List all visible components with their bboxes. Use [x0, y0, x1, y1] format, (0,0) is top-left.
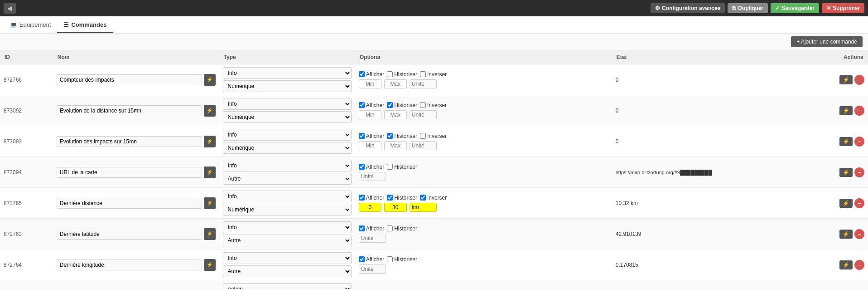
afficher-checkbox-label[interactable]: Afficher — [359, 71, 384, 78]
inverser-checkbox-label[interactable]: Inverser — [420, 133, 447, 139]
afficher-checkbox-label[interactable]: Afficher — [359, 256, 384, 263]
type-select-1[interactable]: Info — [223, 252, 352, 264]
back-button[interactable]: ◀ — [4, 3, 16, 14]
afficher-checkbox[interactable] — [359, 225, 365, 231]
afficher-checkbox[interactable] — [359, 71, 365, 77]
afficher-checkbox[interactable] — [359, 133, 365, 139]
unit-input[interactable] — [410, 203, 437, 212]
historiser-checkbox-label[interactable]: Historiser — [387, 164, 417, 170]
type-select-2[interactable]: Numérique — [223, 142, 352, 154]
name-input[interactable] — [57, 136, 202, 147]
config-button[interactable]: ⚙ Configuration avancée — [651, 3, 725, 13]
unit-input[interactable] — [359, 265, 386, 274]
min-input[interactable] — [359, 79, 381, 88]
afficher-checkbox[interactable] — [359, 195, 365, 201]
inverser-checkbox[interactable] — [420, 102, 426, 108]
max-input[interactable] — [384, 110, 407, 119]
max-input[interactable] — [384, 141, 407, 150]
command-settings-button[interactable]: ⚡ — [839, 260, 853, 269]
type-select-2[interactable]: Autre — [223, 235, 352, 246]
type-select-1[interactable]: Info — [223, 129, 352, 141]
afficher-checkbox-label[interactable]: Afficher — [359, 164, 384, 170]
type-select-2[interactable]: Numérique — [223, 80, 352, 92]
save-button[interactable]: ✓ Sauvegarder — [771, 3, 819, 13]
inverser-checkbox[interactable] — [420, 71, 426, 77]
type-select-2[interactable]: Autre — [223, 173, 352, 185]
max-input[interactable] — [384, 203, 407, 212]
remove-command-button[interactable]: − — [854, 167, 864, 177]
min-input[interactable] — [359, 141, 381, 150]
historiser-checkbox[interactable] — [387, 256, 393, 262]
unit-input[interactable] — [359, 172, 386, 181]
type-select-2[interactable]: Autre — [223, 265, 352, 277]
historiser-checkbox-label[interactable]: Historiser — [387, 102, 417, 108]
remove-command-button[interactable]: − — [854, 137, 864, 147]
unit-input[interactable] — [410, 141, 437, 150]
afficher-checkbox-label[interactable]: Afficher — [359, 102, 384, 108]
command-icon-button[interactable]: ⚡ — [204, 259, 216, 271]
min-input[interactable] — [359, 203, 381, 212]
historiser-checkbox-label[interactable]: Historiser — [387, 195, 417, 201]
historiser-checkbox[interactable] — [387, 225, 393, 231]
remove-command-button[interactable]: − — [854, 106, 864, 116]
unit-input[interactable] — [410, 110, 437, 119]
type-select-2[interactable]: Numérique — [223, 204, 352, 216]
remove-command-button[interactable]: − — [854, 75, 864, 85]
afficher-checkbox-label[interactable]: Afficher — [359, 195, 384, 201]
min-input[interactable] — [359, 110, 381, 119]
afficher-checkbox-label[interactable]: Afficher — [359, 133, 384, 139]
historiser-checkbox-label[interactable]: Historiser — [387, 256, 417, 263]
command-icon-button[interactable]: ⚡ — [204, 74, 216, 86]
historiser-checkbox[interactable] — [387, 195, 393, 201]
name-input[interactable] — [57, 74, 202, 85]
afficher-checkbox[interactable] — [359, 102, 365, 108]
type-select-1[interactable]: Info — [223, 67, 352, 79]
max-input[interactable] — [384, 79, 407, 88]
command-icon-button[interactable]: ⚡ — [204, 228, 216, 240]
tab-equipement[interactable]: 💻 Equipement — [4, 18, 57, 33]
type-select-1[interactable]: Info — [223, 98, 352, 110]
type-select-1[interactable]: Info — [223, 160, 352, 171]
add-command-button[interactable]: + Ajouter une commande — [791, 36, 863, 47]
historiser-checkbox-label[interactable]: Historiser — [387, 71, 417, 78]
name-input[interactable] — [57, 229, 202, 240]
historiser-checkbox[interactable] — [387, 71, 393, 77]
name-input[interactable] — [57, 167, 202, 178]
remove-command-button[interactable]: − — [854, 198, 864, 208]
inverser-checkbox-label[interactable]: Inverser — [420, 102, 447, 108]
unit-input[interactable] — [359, 234, 386, 243]
command-settings-button[interactable]: ⚡ — [839, 137, 853, 146]
name-input[interactable] — [57, 260, 202, 270]
command-icon-button[interactable]: ⚡ — [204, 167, 216, 178]
inverser-checkbox[interactable] — [420, 133, 426, 139]
inverser-checkbox[interactable] — [420, 195, 426, 201]
inverser-checkbox-label[interactable]: Inverser — [420, 195, 447, 201]
afficher-checkbox[interactable] — [359, 256, 365, 262]
delete-button[interactable]: ✕ Supprimer — [822, 3, 864, 13]
unit-input[interactable] — [410, 79, 437, 88]
tab-commandes[interactable]: ☰ Commandes — [57, 18, 113, 33]
remove-command-button[interactable]: − — [854, 260, 864, 270]
duplicate-button[interactable]: ⧉ Dupliquer — [728, 3, 768, 13]
historiser-checkbox-label[interactable]: Historiser — [387, 133, 417, 139]
remove-command-button[interactable]: − — [854, 229, 864, 239]
command-settings-button[interactable]: ⚡ — [839, 199, 853, 208]
historiser-checkbox-label[interactable]: Historiser — [387, 225, 417, 232]
command-settings-button[interactable]: ⚡ — [839, 106, 853, 115]
type-select-1[interactable]: Info — [223, 191, 352, 202]
command-settings-button[interactable]: ⚡ — [839, 75, 853, 84]
command-settings-button[interactable]: ⚡ — [839, 230, 853, 239]
name-input[interactable] — [57, 198, 202, 209]
name-input[interactable] — [57, 105, 202, 116]
command-icon-button[interactable]: ⚡ — [204, 197, 216, 209]
type-select-1[interactable]: Info — [223, 221, 352, 233]
afficher-checkbox[interactable] — [359, 164, 365, 170]
command-icon-button[interactable]: ⚡ — [204, 105, 216, 117]
type-select-1[interactable]: Action — [223, 283, 352, 289]
historiser-checkbox[interactable] — [387, 164, 393, 170]
afficher-checkbox-label[interactable]: Afficher — [359, 225, 384, 232]
command-icon-button[interactable]: ⚡ — [204, 136, 216, 147]
command-settings-button[interactable]: ⚡ — [839, 168, 853, 177]
inverser-checkbox-label[interactable]: Inverser — [420, 71, 447, 78]
type-select-2[interactable]: Numérique — [223, 111, 352, 123]
